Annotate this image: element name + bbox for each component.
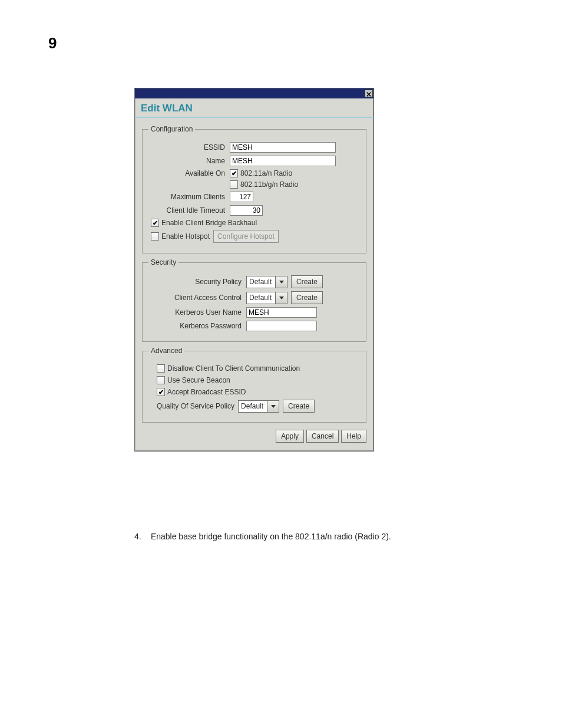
configuration-group: Configuration ESSID Name Available On ✔ … [142,125,366,253]
security-policy-create-button[interactable]: Create [291,275,323,288]
qos-select[interactable]: Default [238,400,279,413]
qos-create-button[interactable]: Create [283,400,315,413]
kerberos-pw-label: Kerberos Password [148,322,246,330]
configuration-legend: Configuration [148,125,195,133]
edit-wlan-dialog: Edit WLAN Configuration ESSID Name Avail… [134,88,374,452]
idle-timeout-label: Client Idle Timeout [148,206,230,215]
help-button[interactable]: Help [341,430,366,443]
svg-marker-2 [279,281,284,284]
advanced-group: Advanced Disallow Client To Client Commm… [142,347,366,423]
checkbox-icon [230,180,238,189]
close-button[interactable] [365,90,373,97]
kerberos-pw-input[interactable] [246,321,317,331]
instruction-text: Enable base bridge functionality on the … [151,532,391,541]
checkbox-icon: ✔ [157,388,165,396]
titlebar [135,88,373,98]
essid-input[interactable] [230,142,336,153]
acl-create-button[interactable]: Create [291,291,323,304]
checkbox-icon: ✔ [151,219,159,227]
disallow-c2c-checkbox[interactable]: Disallow Client To Client Commmunication [157,364,300,373]
enable-bridge-checkbox[interactable]: ✔ Enable Client Bridge Backhaul [151,219,257,227]
name-label: Name [148,157,230,165]
select-value: Default [247,292,275,304]
dialog-title: Edit WLAN [135,98,373,118]
apply-button[interactable]: Apply [276,430,304,443]
page-number: 9 [48,34,57,52]
select-value: Default [239,401,267,412]
max-clients-input[interactable] [230,192,253,202]
secure-beacon-label: Use Secure Beacon [167,376,230,384]
accept-broadcast-label: Accept Broadcast ESSID [167,388,246,396]
cancel-button[interactable]: Cancel [306,430,339,443]
idle-timeout-input[interactable] [230,205,263,216]
checkbox-icon [151,232,159,241]
chevron-down-icon [275,292,287,304]
essid-label: ESSID [148,143,230,151]
max-clients-label: Maximum Clients [148,193,230,201]
radio-b-label: 802.11b/g/n Radio [240,180,298,189]
available-on-label: Available On [148,169,230,177]
checkbox-icon [157,364,165,373]
checkbox-icon [157,376,165,384]
select-value: Default [247,276,275,288]
radio-b-checkbox[interactable]: 802.11b/g/n Radio [230,180,298,189]
checkbox-icon: ✔ [230,169,238,177]
svg-marker-4 [271,405,276,408]
secure-beacon-checkbox[interactable]: Use Secure Beacon [157,376,230,384]
acl-select[interactable]: Default [246,292,287,304]
security-group: Security Security Policy Default Create … [142,258,366,342]
radio-a-checkbox[interactable]: ✔ 802.11a/n Radio [230,169,292,177]
security-policy-label: Security Policy [148,278,246,286]
security-policy-select[interactable]: Default [246,276,287,288]
kerberos-user-label: Kerberos User Name [148,308,246,317]
dialog-body: Configuration ESSID Name Available On ✔ … [135,118,373,451]
enable-bridge-label: Enable Client Bridge Backhaul [161,219,257,227]
configure-hotspot-button: Configure Hotspot [213,230,279,243]
chevron-down-icon [275,276,287,288]
svg-marker-3 [279,297,284,299]
acl-label: Client Access Control [148,294,246,302]
qos-label: Quality Of Service Policy [157,402,234,410]
advanced-legend: Advanced [148,347,184,355]
instruction-number: 4. [134,532,148,541]
enable-hotspot-checkbox[interactable]: Enable Hotspot [151,232,210,241]
disallow-c2c-label: Disallow Client To Client Commmunication [167,364,300,373]
dialog-footer: Apply Cancel Help [142,427,366,444]
security-legend: Security [148,258,178,266]
kerberos-user-input[interactable] [246,307,317,318]
close-icon [366,88,371,99]
name-input[interactable] [230,156,336,166]
accept-broadcast-checkbox[interactable]: ✔ Accept Broadcast ESSID [157,388,246,396]
instruction-step: 4. Enable base bridge functionality on t… [134,532,391,541]
radio-a-label: 802.11a/n Radio [240,169,292,177]
enable-hotspot-label: Enable Hotspot [161,232,210,241]
chevron-down-icon [267,401,279,412]
